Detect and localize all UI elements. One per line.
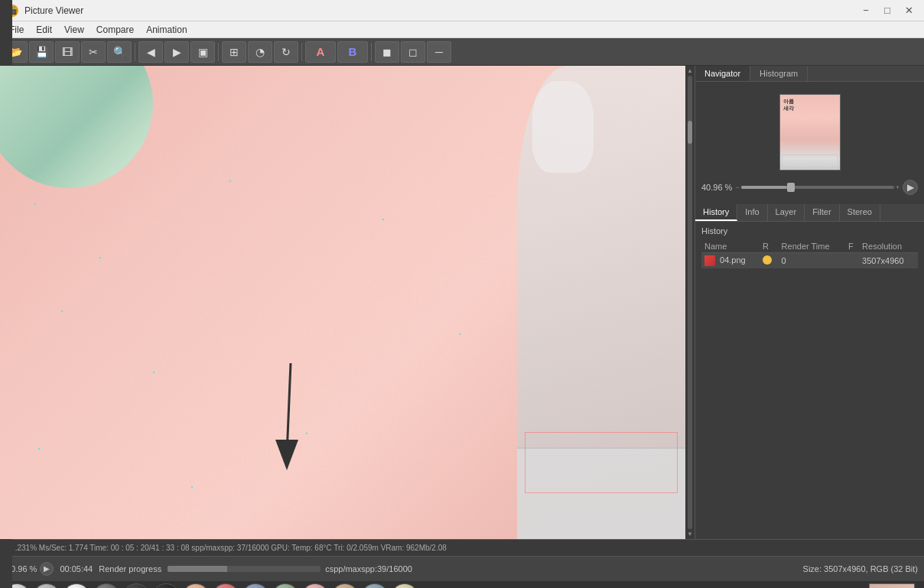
render-progress-label: Render progress	[99, 564, 161, 573]
mat-ball-8[interactable]	[242, 583, 269, 589]
mat-ball-3[interactable]	[93, 583, 120, 589]
mat-ball-5[interactable]	[152, 583, 180, 589]
taskbar-area: 🖼 제목 없음* - 그림판...	[776, 583, 915, 589]
cyan-dot	[229, 180, 231, 182]
resolution-cell: 3507x4960	[859, 253, 918, 269]
close-button[interactable]: ✕	[900, 3, 918, 18]
right-panel: Navigator Histogram 아름새각 40.96 % −	[695, 66, 924, 539]
canvas-wrapper[interactable]	[0, 66, 685, 539]
prev-button[interactable]: ◀	[138, 41, 163, 63]
cut-button[interactable]: ✂	[81, 41, 106, 63]
pan-button[interactable]: ◔	[248, 41, 272, 63]
mat-ball-1[interactable]	[33, 583, 60, 589]
zoom-nav-button[interactable]: ▶	[903, 180, 918, 195]
status-dot	[763, 255, 772, 265]
maximize-button[interactable]: □	[878, 3, 896, 18]
resize3-button[interactable]: ─	[427, 41, 451, 63]
mat-ball-9[interactable]	[272, 583, 299, 589]
tab-info[interactable]: Info	[737, 204, 767, 221]
status-text: F: .231% Ms/Sec: 1.774 Time: 00 : 05 : 2…	[6, 544, 447, 552]
scroll-track[interactable]	[688, 76, 692, 529]
file-name-cell: 04.png	[701, 253, 760, 269]
tab-layer[interactable]: Layer	[768, 204, 805, 221]
tab-history[interactable]: History	[695, 204, 737, 221]
zoom-label: 40.96 %	[701, 183, 732, 192]
render-time-cell: 0	[779, 253, 845, 269]
title-bar: 🎬 Picture Viewer − □ ✕	[0, 0, 924, 21]
table-row[interactable]: 04.png 0 3507x4960	[701, 253, 918, 269]
mat-ball-13[interactable]	[391, 583, 418, 589]
minimize-button[interactable]: −	[857, 3, 875, 18]
cyan-dot	[153, 372, 155, 373]
canvas-arrow-icon	[260, 363, 321, 478]
mat-ball-6[interactable]	[182, 583, 210, 589]
preview-thumbnail: 아름새각	[779, 94, 841, 171]
toolbar-sep-3	[301, 43, 302, 61]
zoom-slider[interactable]	[741, 186, 894, 189]
scroll-thumb[interactable]	[688, 121, 692, 144]
progress-text: cspp/maxspp:39/16000	[325, 564, 412, 573]
col-render-time: Render Time	[779, 240, 845, 253]
navigator-preview: 아름새각 40.96 % − + ▶	[695, 82, 924, 204]
menu-view[interactable]: View	[58, 23, 90, 37]
fullscreen-button[interactable]: ▣	[190, 41, 215, 63]
film-button[interactable]: 🎞	[55, 41, 80, 63]
save-button[interactable]: 💾	[29, 41, 54, 63]
status-cell	[760, 253, 779, 269]
menu-animation[interactable]: Animation	[140, 23, 193, 37]
navigator-tabs: Navigator Histogram	[695, 66, 924, 82]
zoom-plus-icon[interactable]: +	[896, 184, 900, 191]
scroll-down-arrow[interactable]: ▼	[687, 531, 693, 538]
tab-stereo[interactable]: Stereo	[840, 204, 880, 221]
material-balls-bar: 🖼 제목 없음* - 그림판...	[0, 580, 924, 588]
mat-ball-2[interactable]	[63, 583, 90, 589]
grid-button[interactable]: ⊞	[222, 41, 246, 63]
render-time-display: 00:05:44	[60, 564, 93, 573]
toolbar-sep-4	[371, 43, 372, 61]
zoom-thumb[interactable]	[787, 183, 795, 192]
text-b-button[interactable]: B	[337, 41, 368, 63]
scroll-up-arrow[interactable]: ▲	[687, 67, 693, 74]
cyan-dot	[99, 257, 101, 258]
cyan-dot	[191, 486, 193, 488]
mat-ball-12[interactable]	[361, 583, 389, 589]
sculpture-face	[532, 81, 594, 173]
cyan-dot	[382, 219, 384, 220]
magnify-button[interactable]: 🔍	[107, 41, 132, 63]
progress-fill	[168, 566, 227, 572]
zoom-display: 40.96 % ▶	[6, 562, 54, 576]
mat-ball-11[interactable]	[331, 583, 359, 589]
mat-ball-10[interactable]	[301, 583, 329, 589]
resize1-button[interactable]: ◼	[375, 41, 399, 63]
text-a-button[interactable]: A	[305, 41, 336, 63]
menu-edit[interactable]: Edit	[30, 23, 58, 37]
canvas-scrollbar[interactable]: ▲ ▼	[685, 66, 695, 539]
tab-histogram[interactable]: Histogram	[750, 66, 808, 81]
mat-ball-4[interactable]	[122, 583, 150, 589]
disc-shape	[0, 66, 153, 188]
menu-compare[interactable]: Compare	[90, 23, 140, 37]
tab-filter[interactable]: Filter	[805, 204, 839, 221]
progress-bar	[168, 566, 320, 572]
zoom-fill	[741, 186, 787, 189]
history-tabs: History Info Layer Filter Stereo	[695, 204, 924, 222]
col-r: R	[760, 240, 779, 253]
f-cell	[845, 253, 859, 269]
preview-highlight	[782, 154, 838, 168]
mat-ball-7[interactable]	[212, 583, 239, 589]
resize2-button[interactable]: ◻	[401, 41, 425, 63]
cyan-dot	[61, 310, 63, 312]
next-button[interactable]: ▶	[164, 41, 189, 63]
cyan-dot	[459, 333, 460, 335]
canvas-background	[0, 66, 685, 539]
bottom-toolbar: 40.96 % ▶ 00:05:44 Render progress cspp/…	[0, 556, 924, 580]
size-info: Size: 3507x4960, RGB (32 Bit)	[803, 564, 918, 573]
main-layout: Viewt	[0, 66, 924, 539]
preview-text: 아름새각	[783, 98, 794, 112]
zoom-minus-icon[interactable]: −	[735, 184, 739, 191]
taskbar-thumbnail[interactable]	[869, 583, 915, 589]
tab-navigator[interactable]: Navigator	[695, 66, 750, 81]
cyan-dot	[38, 448, 40, 450]
play-pause-button[interactable]: ▶	[40, 562, 54, 576]
rotate-button[interactable]: ↻	[274, 41, 298, 63]
